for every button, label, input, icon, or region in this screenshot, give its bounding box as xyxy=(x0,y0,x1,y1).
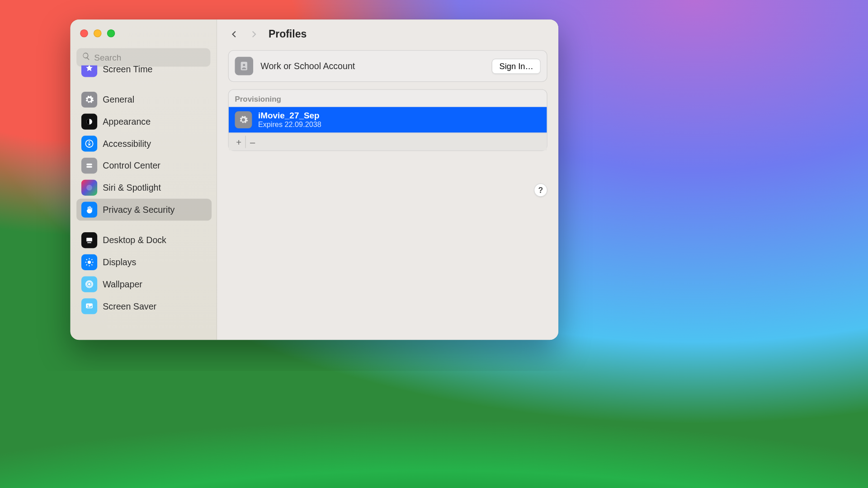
close-button[interactable] xyxy=(80,29,88,38)
sidebar-item-siri[interactable]: Siri & Spotlight xyxy=(76,177,212,199)
svg-rect-4 xyxy=(86,166,92,168)
sidebar-item-label: Wallpaper xyxy=(103,279,142,289)
window-controls xyxy=(71,19,217,42)
search-input[interactable] xyxy=(94,52,205,62)
account-panel: Work or School Account Sign In… xyxy=(228,50,547,82)
search-field[interactable] xyxy=(76,48,210,67)
siri-icon xyxy=(81,180,97,196)
sidebar-item-label: Appearance xyxy=(103,117,151,127)
list-footer: + – xyxy=(229,133,547,150)
sidebar-item-appearance[interactable]: Appearance xyxy=(76,111,212,133)
sidebar-item-label: Siri & Spotlight xyxy=(103,183,161,192)
svg-rect-6 xyxy=(86,238,92,241)
sidebar-item-screen-time[interactable]: Screen Time xyxy=(76,66,212,80)
sidebar-item-desktop[interactable]: Desktop & Dock xyxy=(76,229,212,251)
add-profile-button[interactable]: + xyxy=(232,136,246,148)
displays-icon xyxy=(81,254,97,270)
svg-point-17 xyxy=(88,283,90,285)
sign-in-button[interactable]: Sign In… xyxy=(492,58,541,74)
sidebar-item-screensaver[interactable]: Screen Saver xyxy=(76,295,212,317)
svg-point-8 xyxy=(88,261,91,264)
search-icon xyxy=(82,52,94,63)
appearance-icon xyxy=(81,114,97,130)
provisioning-header: Provisioning xyxy=(229,90,547,107)
sidebar-item-label: General xyxy=(103,95,134,105)
svg-point-23 xyxy=(243,64,245,66)
svg-line-15 xyxy=(86,264,87,265)
help-button[interactable]: ? xyxy=(534,183,547,197)
svg-line-16 xyxy=(91,259,92,260)
minimize-button[interactable] xyxy=(94,29,102,38)
sidebar-item-general[interactable]: General xyxy=(76,89,212,111)
sidebar-item-label: Control Center xyxy=(103,161,160,171)
badge-icon xyxy=(235,57,253,75)
profile-info: iMovie_27_Sep Expires 22.09.2038 xyxy=(258,111,321,129)
sidebar-item-label: Screen Saver xyxy=(103,301,156,311)
control-center-icon xyxy=(81,158,97,174)
sidebar-item-accessibility[interactable]: Accessibility xyxy=(76,133,212,155)
profile-name: iMovie_27_Sep xyxy=(258,111,321,121)
sidebar-item-label: Privacy & Security xyxy=(103,205,175,215)
profile-gear-icon xyxy=(235,111,252,128)
svg-rect-3 xyxy=(86,164,92,165)
gear-icon xyxy=(81,92,97,108)
sidebar-item-wallpaper[interactable]: Wallpaper xyxy=(76,273,212,296)
provisioning-panel: Provisioning iMovie_27_Sep Expires 22.09… xyxy=(228,89,547,151)
account-title: Work or School Account xyxy=(260,61,492,71)
svg-line-14 xyxy=(91,264,92,265)
profile-expires: Expires 22.09.2038 xyxy=(258,121,321,129)
svg-line-13 xyxy=(86,259,87,260)
svg-point-21 xyxy=(87,305,89,306)
sidebar-list: Screen Time General Appearance Accessibi… xyxy=(71,66,217,340)
accessibility-icon xyxy=(81,136,97,151)
profile-row[interactable]: iMovie_27_Sep Expires 22.09.2038 xyxy=(229,107,547,133)
svg-point-2 xyxy=(89,141,90,143)
wallpaper-icon xyxy=(81,276,97,292)
svg-rect-7 xyxy=(87,242,91,243)
hand-icon xyxy=(81,202,97,217)
forward-button[interactable] xyxy=(249,29,259,39)
screen-time-icon xyxy=(81,66,97,77)
settings-window: Screen Time General Appearance Accessibi… xyxy=(71,19,559,340)
sidebar-item-control-center[interactable]: Control Center xyxy=(76,155,212,177)
sidebar-item-privacy[interactable]: Privacy & Security xyxy=(76,199,212,221)
sidebar-item-displays[interactable]: Displays xyxy=(76,251,212,273)
page-title: Profiles xyxy=(269,28,307,40)
sidebar-item-label: Screen Time xyxy=(103,66,152,74)
remove-profile-button[interactable]: – xyxy=(246,136,259,148)
svg-point-5 xyxy=(86,185,92,191)
screensaver-icon xyxy=(81,298,97,314)
back-button[interactable] xyxy=(229,29,239,39)
main-content: Profiles Work or School Account Sign In…… xyxy=(217,19,558,340)
zoom-button[interactable] xyxy=(107,29,115,38)
sidebar: Screen Time General Appearance Accessibi… xyxy=(71,19,217,340)
sidebar-item-label: Displays xyxy=(103,258,136,267)
sidebar-item-label: Accessibility xyxy=(103,139,151,149)
content-header: Profiles xyxy=(217,19,558,47)
desktop-icon xyxy=(81,232,97,248)
sidebar-item-label: Desktop & Dock xyxy=(103,235,166,245)
